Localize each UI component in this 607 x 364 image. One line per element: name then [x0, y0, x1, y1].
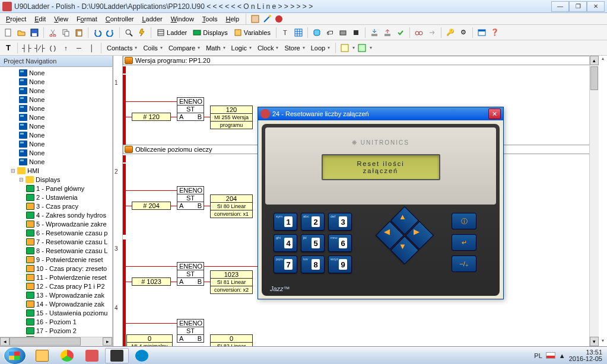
window-tool-icon[interactable]: [476, 27, 488, 39]
key-6[interactable]: mno6: [328, 234, 352, 252]
tree-item-displays[interactable]: ⊟ Displays: [1, 175, 111, 184]
contact-no-icon[interactable]: ┤├: [21, 42, 33, 54]
tree-item[interactable]: 3 - Czas pracy: [1, 202, 111, 210]
input-constant[interactable]: # 1023: [132, 277, 171, 286]
function-block[interactable]: ENENO ST AB: [177, 186, 204, 210]
info-icon[interactable]: ❓: [489, 27, 501, 39]
maximize-button[interactable]: ❐: [569, 1, 587, 12]
menu-controller[interactable]: Controller: [102, 14, 138, 24]
chip-icon[interactable]: [350, 27, 362, 39]
gear-icon[interactable]: ⚙: [457, 27, 469, 39]
flash-icon[interactable]: [136, 27, 148, 39]
net-header-1[interactable]: Wersja programu: PP1.20: [123, 56, 595, 65]
ladder-vscroll-right[interactable]: ▴ ▾: [599, 56, 607, 346]
key-icon[interactable]: 🔑: [444, 27, 456, 39]
text-icon[interactable]: T: [279, 27, 291, 39]
contacts-menu[interactable]: Contacts▾: [104, 42, 139, 54]
undo-button[interactable]: [91, 27, 103, 39]
menu-project[interactable]: Project: [2, 14, 30, 24]
tray-lang[interactable]: PL: [534, 352, 542, 359]
key-9[interactable]: wxyz9: [328, 256, 352, 273]
key-esc[interactable]: −/₊: [452, 256, 476, 272]
db-icon[interactable]: [311, 27, 323, 39]
find-button[interactable]: [123, 27, 135, 39]
tree-item-none[interactable]: None: [1, 95, 111, 104]
tool-icon[interactable]: [250, 14, 260, 24]
logic-menu[interactable]: Logic▾: [229, 42, 254, 54]
output-block[interactable]: 204 SI 80 Linear conversion: x1: [210, 194, 253, 218]
wire-v-icon[interactable]: │: [86, 42, 98, 54]
output-block[interactable]: 1023 SI 81 Linear conversion: x2: [210, 270, 253, 294]
tree-item[interactable]: 10 - Czas pracy: zreseto: [1, 264, 111, 273]
tree-item-none[interactable]: None: [1, 122, 111, 130]
key-3[interactable]: def3: [328, 213, 352, 231]
tree-item-hmi[interactable]: ⊟ HMI: [1, 166, 111, 175]
function-block[interactable]: ENENO ST AB: [177, 262, 204, 286]
taskbar-app[interactable]: [80, 348, 104, 363]
key-info[interactable]: ⓘ: [452, 213, 476, 229]
wire-h-icon[interactable]: ─: [73, 42, 85, 54]
menu-format[interactable]: Format: [73, 14, 101, 24]
taskbar-explorer[interactable]: [30, 348, 54, 363]
key-4[interactable]: ghi4: [274, 234, 297, 252]
tag-icon[interactable]: 🏷: [324, 27, 336, 39]
variables-button[interactable]: Variables: [231, 27, 273, 39]
clock-menu[interactable]: Clock▾: [255, 42, 281, 54]
output-block[interactable]: 120 MI 255 Wersja programu: [210, 106, 253, 129]
rung-add-icon[interactable]: [339, 42, 351, 54]
rung-comment-icon[interactable]: [356, 42, 368, 54]
key-1[interactable]: sym1: [274, 213, 297, 231]
tree-item[interactable]: 8 - Resetowanie czasu L: [1, 246, 111, 255]
tree-item[interactable]: 16 - Poziom 1: [1, 317, 111, 326]
tree-item-none[interactable]: None: [1, 130, 111, 139]
module-icon[interactable]: [337, 27, 349, 39]
tree-item[interactable]: 11 - Potwierdzenie reset: [1, 273, 111, 282]
function-block[interactable]: ENENO ST AB: [177, 319, 204, 343]
open-button[interactable]: [15, 27, 27, 39]
copy-button[interactable]: [60, 27, 72, 39]
start-button[interactable]: [4, 347, 26, 365]
tray-flag-icon[interactable]: [546, 352, 555, 359]
tree-item[interactable]: 6 - Resetowanie czasu p: [1, 228, 111, 237]
compare-menu[interactable]: Compare▾: [166, 42, 202, 54]
tray-up-icon[interactable]: ▲: [559, 352, 565, 359]
contact-nc-icon[interactable]: ┤∕├: [34, 42, 46, 54]
function-block[interactable]: ENENO ST AB: [177, 97, 204, 121]
menu-edit[interactable]: Edit: [31, 14, 49, 24]
tree-item[interactable]: 14 - Wprowadzanie zak: [1, 299, 111, 308]
key-7[interactable]: pqrs7: [274, 256, 297, 273]
tree-item-none[interactable]: None: [1, 104, 111, 113]
menu-view[interactable]: View: [50, 14, 72, 24]
coil-icon[interactable]: ( ): [47, 42, 59, 54]
close-button[interactable]: ✕: [587, 1, 605, 12]
key-enter[interactable]: ↵: [452, 234, 476, 251]
nav-tree[interactable]: None None None None None None None None …: [0, 67, 112, 337]
tree-item[interactable]: 5 - Wprowadzanie zakre: [1, 219, 111, 228]
tree-item[interactable]: 9 - Potwierdzenie reset: [1, 255, 111, 264]
menu-window[interactable]: Window: [167, 14, 198, 24]
save-button[interactable]: [28, 27, 40, 39]
grid-icon[interactable]: [293, 27, 304, 39]
text-tool[interactable]: T: [2, 42, 14, 54]
displays-button[interactable]: Displays: [190, 27, 230, 39]
menu-help[interactable]: Help: [223, 14, 243, 24]
cut-button[interactable]: [47, 27, 59, 39]
upload-icon[interactable]: [382, 27, 393, 39]
tree-item[interactable]: 2 - Ustawienia: [1, 193, 111, 202]
dialog-titlebar[interactable]: 24 - Resetowanie liczby załączeń ✕: [258, 107, 503, 120]
taskbar-other[interactable]: [130, 348, 154, 363]
download-icon[interactable]: [368, 27, 380, 39]
tree-item-none[interactable]: None: [1, 139, 111, 148]
stop-icon[interactable]: [274, 14, 284, 24]
tree-item-none[interactable]: None: [1, 77, 111, 86]
paste-button[interactable]: [73, 27, 85, 39]
key-8[interactable]: tuv8: [301, 256, 325, 273]
dialog-close-button[interactable]: ✕: [488, 108, 501, 119]
menu-ladder[interactable]: Ladder: [138, 14, 166, 24]
canvas-vscroll[interactable]: ▴ ▾: [589, 56, 599, 346]
minimize-button[interactable]: —: [551, 1, 569, 12]
tree-item-none[interactable]: None: [1, 86, 111, 95]
key-2[interactable]: abc2: [301, 213, 325, 231]
loop-menu[interactable]: Loop▾: [309, 42, 332, 54]
rising-icon[interactable]: ↑: [60, 42, 72, 54]
